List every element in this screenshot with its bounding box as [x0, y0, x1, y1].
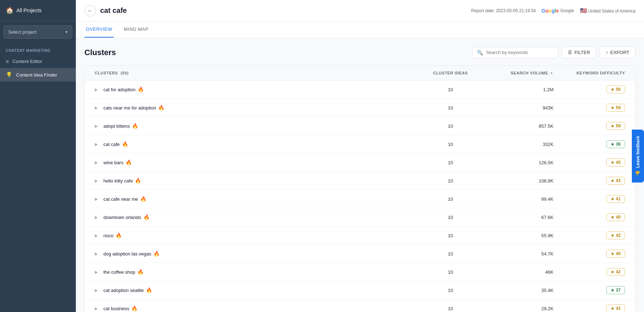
kd-badge: ★ 56 — [606, 86, 625, 93]
hot-icon: 🔥 — [146, 287, 152, 293]
cluster-name: cat cafe 🔥 — [103, 141, 128, 147]
search-volume-cell: 54.7K — [486, 246, 558, 262]
hot-icon: 🔥 — [131, 306, 137, 311]
cluster-name-cell: ▶ downtown orlando 🔥 — [91, 209, 415, 225]
hot-icon: 🔥 — [158, 105, 164, 111]
expand-arrow-icon: ▶ — [95, 160, 100, 165]
table-row[interactable]: ▶ dog adoption las vegas 🔥 10 54.7K ★ 40 — [85, 245, 635, 263]
hot-icon: 🔥 — [126, 160, 132, 165]
clusters-header: Clusters 🔍 ☰ FILTER ↑ EXPORT — [84, 47, 635, 58]
keyword-difficulty-cell: ★ 43 — [558, 172, 629, 190]
keyword-difficulty-cell: ★ 42 — [558, 226, 629, 244]
search-volume-cell: 99.4K — [486, 191, 558, 207]
cluster-name: cats near me for adoption 🔥 — [103, 105, 164, 111]
back-button[interactable]: ← — [84, 5, 96, 16]
kd-star-icon: ★ — [611, 106, 614, 110]
keyword-difficulty-cell: ★ 40 — [558, 245, 629, 263]
search-volume-cell: 55.9K — [486, 228, 558, 243]
hot-icon: 🔥 — [135, 178, 141, 184]
cluster-name: the coffee shop 🔥 — [103, 269, 143, 275]
topbar: ← cat cafe Report date: 2023-05-05 21:19… — [76, 0, 644, 21]
hot-icon: 🔥 — [140, 196, 146, 202]
kd-badge: ★ 36 — [606, 140, 625, 148]
sidebar-item-content-editor[interactable]: ≡ Content Editor — [0, 55, 76, 68]
feedback-tab[interactable]: 👍 Leave feedback — [632, 130, 644, 182]
cluster-name-cell: ▶ cat cafe near me 🔥 — [91, 191, 415, 207]
table-row[interactable]: ▶ downtown orlando 🔥 10 67.6K ★ 40 — [85, 208, 635, 226]
page-title: cat cafe — [100, 6, 127, 15]
topbar-meta: Report date: 2023-05-05 21:19:34 Google … — [471, 7, 635, 14]
tab-overview[interactable]: OVERVIEW — [84, 21, 114, 38]
tab-mind-map[interactable]: MIND MAP — [122, 21, 150, 38]
search-input[interactable] — [486, 50, 553, 55]
kd-badge: ★ 59 — [606, 104, 625, 112]
hot-icon: 🔥 — [122, 141, 128, 147]
keyword-difficulty-cell: ★ 59 — [558, 117, 629, 135]
kd-star-icon: ★ — [611, 233, 614, 238]
hot-icon: 🔥 — [153, 251, 160, 257]
cluster-name: wine bars 🔥 — [103, 160, 132, 165]
search-volume-cell: 332K — [486, 137, 558, 152]
table-row[interactable]: ▶ wine bars 🔥 10 126.5K ★ 45 — [85, 153, 635, 172]
table-row[interactable]: ▶ cat cafe near me 🔥 10 99.4K ★ 41 — [85, 190, 635, 208]
table-row[interactable]: ▶ cat for adoption 🔥 10 1.2M ★ 56 — [85, 81, 635, 99]
kd-badge: ★ 40 — [606, 213, 625, 221]
search-volume-cell: 857.5K — [486, 118, 558, 134]
cluster-name: noco 🔥 — [103, 233, 122, 238]
expand-arrow-icon: ▶ — [95, 197, 100, 201]
cluster-name: cat for adoption 🔥 — [103, 87, 144, 92]
filter-icon: ☰ — [568, 50, 572, 55]
kd-star-icon: ★ — [611, 252, 614, 256]
table-row[interactable]: ▶ the coffee shop 🔥 10 46K ★ 42 — [85, 263, 635, 281]
cluster-name-cell: ▶ noco 🔥 — [91, 228, 415, 243]
country-label: United States of America — [588, 9, 635, 14]
hot-icon: 🔥 — [137, 269, 143, 275]
cluster-ideas-cell: 10 — [415, 301, 486, 312]
filter-button[interactable]: ☰ FILTER — [562, 47, 596, 58]
sidebar-item-content-idea-finder[interactable]: 💡 Content Idea Finder — [0, 68, 76, 82]
keyword-difficulty-cell: ★ 40 — [558, 208, 629, 226]
table-body: ▶ cat for adoption 🔥 10 1.2M ★ 56 ▶ cats… — [85, 81, 635, 312]
cluster-name: downtown orlando 🔥 — [103, 214, 150, 220]
kd-star-icon: ★ — [611, 270, 614, 274]
cluster-name-cell: ▶ cat for adoption 🔥 — [91, 82, 415, 97]
th-keyword-difficulty: KEYWORD DIFFICULTY — [558, 66, 629, 80]
cluster-name: dog adoption las vegas 🔥 — [103, 251, 160, 257]
cluster-name-cell: ▶ hello kitty cafe 🔥 — [91, 173, 415, 189]
table-row[interactable]: ▶ cat cafe 🔥 10 332K ★ 36 — [85, 135, 635, 153]
table-row[interactable]: ▶ adopt kittens 🔥 10 857.5K ★ 59 — [85, 117, 635, 135]
export-button[interactable]: ↑ EXPORT — [600, 47, 635, 58]
project-select[interactable]: Select project ▾ — [4, 25, 72, 39]
search-volume-cell: 67.6K — [486, 210, 558, 225]
main-content: ← cat cafe Report date: 2023-05-05 21:19… — [76, 0, 644, 312]
sidebar-nav: ≡ Content Editor 💡 Content Idea Finder — [0, 55, 76, 82]
sidebar-item-label: Content Editor — [13, 59, 42, 64]
search-volume-cell: 46K — [486, 264, 558, 280]
cluster-name: adopt kittens 🔥 — [103, 123, 138, 129]
th-search-volume[interactable]: SEARCH VOLUME ▼ — [486, 66, 558, 80]
keyword-difficulty-cell: ★ 41 — [558, 190, 629, 208]
sidebar-section-label: CONTENT MARKETING — [0, 43, 76, 55]
cluster-name: cat cafe near me 🔥 — [103, 196, 146, 202]
keyword-difficulty-cell: ★ 59 — [558, 99, 629, 117]
keyword-difficulty-cell: ★ 42 — [558, 299, 629, 312]
table-row[interactable]: ▶ noco 🔥 10 55.9K ★ 42 — [85, 226, 635, 245]
keyword-difficulty-cell: ★ 37 — [558, 281, 629, 299]
keyword-search-box[interactable]: 🔍 — [472, 47, 558, 58]
search-volume-cell: 35.4K — [486, 283, 558, 298]
cluster-name-cell: ▶ cats near me for adoption 🔥 — [91, 100, 415, 116]
table-row[interactable]: ▶ cat business 🔥 10 29.2K ★ 42 — [85, 299, 635, 312]
cluster-name-cell: ▶ cat business 🔥 — [91, 301, 415, 312]
home-icon: 🏠 — [6, 6, 14, 14]
cluster-name-cell: ▶ wine bars 🔥 — [91, 155, 415, 170]
cluster-ideas-cell: 10 — [415, 100, 486, 116]
table-row[interactable]: ▶ cats near me for adoption 🔥 10 943K ★ … — [85, 99, 635, 117]
kd-badge: ★ 43 — [606, 177, 625, 185]
feedback-icon: 👍 — [635, 171, 640, 176]
all-projects-link[interactable]: 🏠 All Projects — [0, 0, 76, 21]
table-row[interactable]: ▶ cat adoption seattle 🔥 10 35.4K ★ 37 — [85, 281, 635, 299]
tab-bar: OVERVIEW MIND MAP — [76, 21, 644, 38]
table-row[interactable]: ▶ hello kitty cafe 🔥 10 108.8K ★ 43 — [85, 172, 635, 190]
cluster-name-cell: ▶ the coffee shop 🔥 — [91, 264, 415, 280]
expand-arrow-icon: ▶ — [95, 288, 100, 293]
